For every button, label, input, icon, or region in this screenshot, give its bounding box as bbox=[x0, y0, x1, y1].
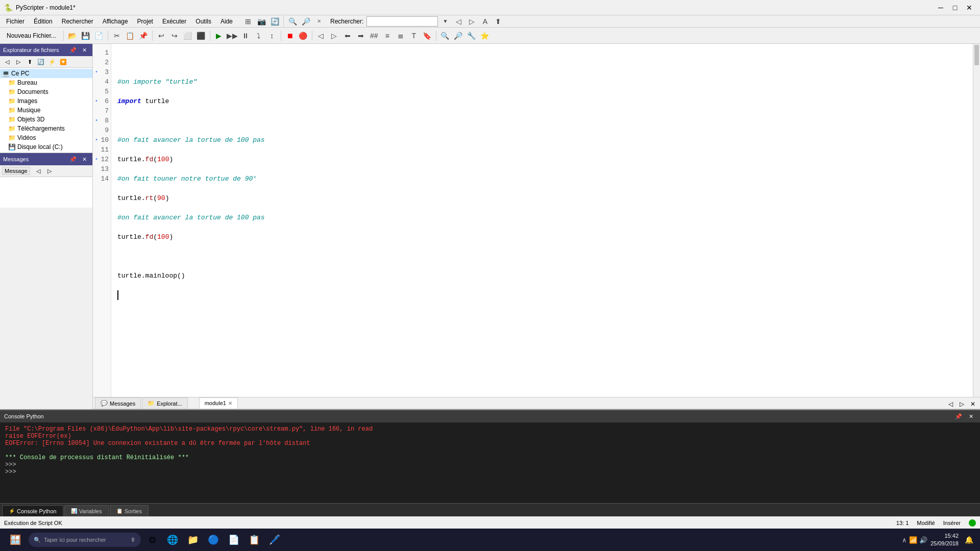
toolbar-icon2[interactable]: 📷 bbox=[255, 15, 267, 28]
fe-filter2[interactable]: 🔽 bbox=[58, 57, 68, 66]
nav-fwd[interactable]: ▷ bbox=[328, 30, 340, 42]
tb-zoom[interactable]: 🔎 bbox=[452, 30, 464, 42]
start-button[interactable]: 🪟 bbox=[4, 529, 27, 551]
tb-hash[interactable]: ## bbox=[368, 30, 380, 42]
menu-fichier[interactable]: Fichier bbox=[2, 17, 29, 26]
taskbar-blender[interactable]: 🔵 bbox=[204, 531, 223, 549]
scrollbar-vertical[interactable] bbox=[973, 44, 980, 397]
undo-button[interactable]: ↩ bbox=[155, 30, 167, 42]
copy-button[interactable]: 📋 bbox=[124, 30, 136, 42]
console-tab-variables[interactable]: 📊 Variables bbox=[64, 505, 109, 516]
tab-module1[interactable]: module1 ✕ bbox=[199, 397, 238, 409]
msg-nav-prev[interactable]: ◁ bbox=[33, 166, 43, 176]
tab-icon-next[interactable]: ▷ bbox=[957, 399, 967, 409]
console-tab-python[interactable]: ⚡ Console Python bbox=[2, 505, 63, 516]
tray-sound-icon[interactable]: 🔊 bbox=[919, 536, 927, 544]
tab-explorer[interactable]: 📁 Explorat... bbox=[142, 397, 188, 409]
taskbar-chrome[interactable]: 🌐 bbox=[163, 531, 182, 549]
fe-pin[interactable]: 📌 bbox=[68, 45, 78, 55]
menu-projet[interactable]: Projet bbox=[133, 17, 157, 26]
paste-button[interactable]: 📌 bbox=[137, 30, 150, 42]
search-input[interactable] bbox=[366, 16, 438, 27]
step-button[interactable]: ⤵ bbox=[253, 30, 265, 42]
maximize-button[interactable]: □ bbox=[948, 2, 962, 14]
tab-module1-close[interactable]: ✕ bbox=[228, 400, 232, 406]
tree-item-telechargements[interactable]: 📁 Téléchargements bbox=[0, 124, 92, 133]
tree-item-documents[interactable]: 📁 Documents bbox=[0, 87, 92, 96]
search-prev[interactable]: ◁ bbox=[452, 15, 464, 28]
menu-outils[interactable]: Outils bbox=[191, 17, 215, 26]
tab-icon-close[interactable]: ✕ bbox=[968, 399, 978, 409]
tree-item-musique[interactable]: 📁 Musique bbox=[0, 106, 92, 115]
stop2-button[interactable]: 🔴 bbox=[297, 30, 309, 42]
open-button[interactable]: 📂 bbox=[66, 30, 79, 42]
taskbar-word[interactable]: 📄 bbox=[225, 531, 243, 549]
fe-refresh[interactable]: 🔄 bbox=[36, 57, 46, 66]
msg-close[interactable]: ✕ bbox=[79, 155, 89, 164]
tb-find2[interactable]: 🔍 bbox=[439, 30, 451, 42]
tb-t[interactable]: T bbox=[408, 30, 420, 42]
stepover-button[interactable]: ↕ bbox=[266, 30, 278, 42]
menu-edition[interactable]: Édition bbox=[30, 17, 57, 26]
tab-icon-prev[interactable]: ◁ bbox=[945, 399, 955, 409]
minimize-button[interactable]: ─ bbox=[934, 2, 947, 14]
taskbar-multiview[interactable]: ⧉ bbox=[143, 531, 161, 549]
msg-nav-next[interactable]: ▷ bbox=[44, 166, 55, 176]
menu-rechercher[interactable]: Rechercher bbox=[58, 17, 97, 26]
stop-button[interactable]: ⏹ bbox=[284, 30, 296, 42]
notification-button[interactable]: 🔔 bbox=[962, 533, 976, 547]
clock[interactable]: 15:42 25/09/2018 bbox=[930, 532, 959, 548]
toolbar-icon3[interactable]: 🔄 bbox=[268, 15, 281, 28]
tree-item-objets3d[interactable]: 📁 Objets 3D bbox=[0, 115, 92, 124]
toolbar-icon1[interactable]: ⊞ bbox=[242, 15, 254, 28]
fe-up[interactable]: ⬆ bbox=[24, 57, 35, 66]
tray-up-icon[interactable]: ∧ bbox=[902, 536, 907, 544]
align-right[interactable]: ➡ bbox=[355, 30, 367, 42]
console-tab-sorties[interactable]: 📋 Sorties bbox=[110, 505, 149, 516]
search-option1[interactable]: A bbox=[479, 15, 491, 28]
console-close[interactable]: ✕ bbox=[966, 412, 976, 421]
save-all-button[interactable]: 📄 bbox=[93, 30, 105, 42]
new-file-button[interactable]: Nouveau Fichier... bbox=[2, 31, 61, 41]
fe-back[interactable]: ◁ bbox=[2, 57, 12, 66]
taskbar-files[interactable]: 📁 bbox=[184, 531, 202, 549]
redo-button[interactable]: ↪ bbox=[168, 30, 181, 42]
cut-button[interactable]: ✂ bbox=[111, 30, 123, 42]
close-button[interactable]: ✕ bbox=[963, 2, 976, 14]
tray-network-icon[interactable]: 📶 bbox=[909, 536, 917, 544]
tb-list2[interactable]: ≣ bbox=[395, 30, 407, 42]
taskbar-outlook[interactable]: 📋 bbox=[245, 531, 263, 549]
console-pin[interactable]: 📌 bbox=[953, 412, 964, 421]
menu-executer[interactable]: Exécuter bbox=[158, 17, 190, 26]
fe-fwd[interactable]: ▷ bbox=[13, 57, 23, 66]
tb-list[interactable]: ≡ bbox=[381, 30, 394, 42]
menu-aide[interactable]: Aide bbox=[216, 17, 237, 26]
search-option2[interactable]: ⬆ bbox=[492, 15, 504, 28]
search-dropdown[interactable]: ▼ bbox=[439, 15, 451, 28]
code-editor[interactable]: #on importe "turtle" import turtle #on f… bbox=[111, 44, 973, 397]
save-button[interactable]: 💾 bbox=[80, 30, 92, 42]
taskbar-search-box[interactable]: 🔍 Taper ici pour rechercher 🎙 bbox=[29, 533, 141, 547]
tree-item-diskc[interactable]: 💾 Disque local (C:) bbox=[0, 142, 92, 152]
taskbar-pyscripter[interactable]: 🖊️ bbox=[265, 531, 284, 549]
tab-messages[interactable]: 💬 Messages bbox=[95, 397, 141, 409]
tree-item-images[interactable]: 📁 Images bbox=[0, 96, 92, 106]
toolbar-find2[interactable]: 🔎 bbox=[300, 15, 312, 28]
msg-pin[interactable]: 📌 bbox=[68, 155, 78, 164]
toolbar-find[interactable]: 🔍 bbox=[286, 15, 299, 28]
fe-close[interactable]: ✕ bbox=[79, 45, 89, 55]
menu-affichage[interactable]: Affichage bbox=[99, 17, 132, 26]
nav-back[interactable]: ◁ bbox=[315, 30, 327, 42]
tree-item-videos[interactable]: 📁 Vidéos bbox=[0, 133, 92, 142]
align-left[interactable]: ⬅ bbox=[341, 30, 354, 42]
run-button[interactable]: ▶ bbox=[213, 30, 225, 42]
console-content[interactable]: File "C:\Program Files (x86)\EduPython\A… bbox=[0, 422, 980, 503]
tb-btn-a[interactable]: ⬜ bbox=[182, 30, 194, 42]
tree-item-pc[interactable]: 💻 Ce PC bbox=[0, 69, 92, 78]
search-next[interactable]: ▷ bbox=[465, 15, 478, 28]
toolbar-close-search[interactable]: ✕ bbox=[313, 15, 325, 28]
tree-item-bureau[interactable]: 📁 Bureau bbox=[0, 78, 92, 87]
tb-star[interactable]: ⭐ bbox=[479, 30, 491, 42]
scrollbar-thumb[interactable] bbox=[974, 45, 979, 65]
pause-button[interactable]: ⏸ bbox=[239, 30, 252, 42]
